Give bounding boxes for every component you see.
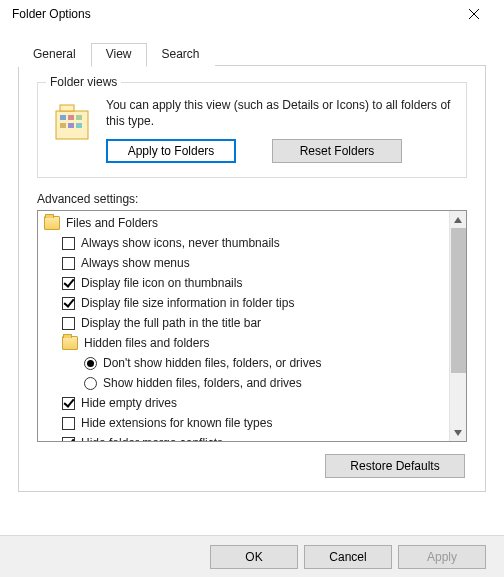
tree-group-label: Hidden files and folders [84,336,209,350]
checkbox-icon[interactable] [62,317,75,330]
tree-item-label: Hide empty drives [81,396,177,410]
tree-item-label: Always show menus [81,256,190,270]
advanced-settings-tree: Files and Folders Always show icons, nev… [37,210,467,442]
tree-item-label: Always show icons, never thumbnails [81,236,280,250]
close-icon [468,8,480,20]
folder-views-text: You can apply this view (such as Details… [106,97,454,129]
cancel-button[interactable]: Cancel [304,545,392,569]
apply-to-folders-button[interactable]: Apply to Folders [106,139,236,163]
scroll-track[interactable] [450,228,466,424]
svg-rect-5 [68,115,74,120]
checkbox-icon[interactable] [62,297,75,310]
tree-item[interactable]: Display the full path in the title bar [40,313,449,333]
tab-search[interactable]: Search [147,43,215,67]
tab-page-view: Folder views You can apply thi [18,66,486,492]
radio-icon[interactable] [84,377,97,390]
tree-group-files-folders[interactable]: Files and Folders [40,213,449,233]
tree-item[interactable]: Always show menus [40,253,449,273]
svg-marker-11 [454,430,462,436]
tab-view[interactable]: View [91,43,147,67]
tab-general[interactable]: General [18,43,91,67]
scroll-down-icon[interactable] [450,424,467,441]
svg-rect-6 [76,115,82,120]
checkbox-icon[interactable] [62,277,75,290]
folder-views-icon [50,99,94,143]
checkbox-icon[interactable] [62,417,75,430]
folder-icon [44,216,60,230]
folder-views-group: Folder views You can apply thi [37,82,467,178]
tree-group-label: Files and Folders [66,216,158,230]
tree-item-label: Hide extensions for known file types [81,416,272,430]
tree-item[interactable]: Always show icons, never thumbnails [40,233,449,253]
radio-icon[interactable] [84,357,97,370]
scrollbar[interactable] [449,211,466,441]
tree-item-label: Display file size information in folder … [81,296,294,310]
tree-item[interactable]: Display file icon on thumbnails [40,273,449,293]
tree-item-label: Display the full path in the title bar [81,316,261,330]
window-title: Folder Options [12,7,91,21]
checkbox-icon[interactable] [62,437,75,442]
tabstrip: General View Search [18,42,486,66]
restore-defaults-button[interactable]: Restore Defaults [325,454,465,478]
tree-item-label: Hide folder merge conflicts [81,436,223,441]
tree-item[interactable]: Hide folder merge conflicts [40,433,449,441]
close-button[interactable] [454,2,494,26]
ok-button[interactable]: OK [210,545,298,569]
folder-views-legend: Folder views [46,75,121,89]
svg-rect-4 [60,115,66,120]
svg-rect-8 [68,123,74,128]
advanced-settings-label: Advanced settings: [37,192,467,206]
tree-group-hidden[interactable]: Hidden files and folders [40,333,449,353]
svg-marker-10 [454,217,462,223]
tree-item[interactable]: Hide extensions for known file types [40,413,449,433]
tree-item-label: Don't show hidden files, folders, or dri… [103,356,321,370]
svg-rect-3 [60,105,74,111]
checkbox-icon[interactable] [62,397,75,410]
scroll-thumb[interactable] [451,228,466,373]
dialog-button-bar: OK Cancel Apply [0,535,504,577]
tree-radio-item[interactable]: Show hidden files, folders, and drives [40,373,449,393]
svg-rect-9 [76,123,82,128]
tree-item[interactable]: Hide empty drives [40,393,449,413]
checkbox-icon[interactable] [62,237,75,250]
svg-rect-7 [60,123,66,128]
tree-item-label: Show hidden files, folders, and drives [103,376,302,390]
tree-radio-item[interactable]: Don't show hidden files, folders, or dri… [40,353,449,373]
tree-item[interactable]: Display file size information in folder … [40,293,449,313]
checkbox-icon[interactable] [62,257,75,270]
reset-folders-button[interactable]: Reset Folders [272,139,402,163]
apply-button[interactable]: Apply [398,545,486,569]
scroll-up-icon[interactable] [450,211,467,228]
tree-item-label: Display file icon on thumbnails [81,276,242,290]
folder-icon [62,336,78,350]
